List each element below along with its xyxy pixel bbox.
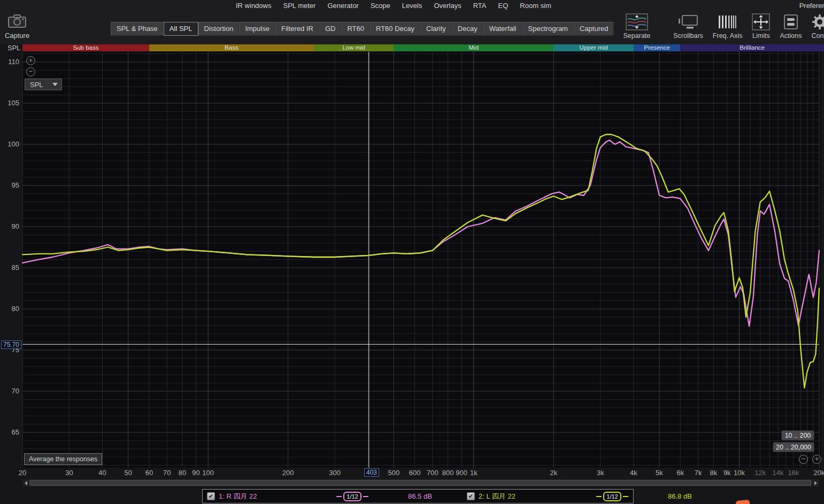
x-tick-label: 50 (124, 469, 132, 477)
y-tick-label: 85 (0, 263, 19, 272)
x-tick-label: 70 (163, 469, 171, 477)
legend-entry-1: ✔1: R 四月 221/1286.5 dB (207, 492, 451, 501)
x-tick-label: 80 (179, 469, 186, 477)
x-tick-label: 5k (656, 469, 663, 477)
x-tick-label: 30 (65, 469, 73, 477)
x-tick-label: 6k (676, 469, 684, 477)
x-tick-label: 600 (409, 469, 421, 477)
x-tick-label: 4k (630, 469, 637, 477)
cursor-spl-readout: 75.70 (1, 340, 21, 349)
smoothing-indicator[interactable]: 1/12 (320, 492, 384, 501)
y-tick-label: 110 (0, 58, 19, 66)
x-tick-label: 200 (282, 469, 294, 477)
scrollbar-thumb[interactable] (29, 480, 811, 486)
x-tick-label: 20 (19, 469, 26, 477)
scroll-left-icon[interactable] (22, 479, 29, 486)
legend-line-sample (596, 496, 602, 497)
x-tick-label: 8k (710, 469, 717, 477)
legend-level-value: 86.8 dB (668, 492, 711, 500)
zoom-in-icon[interactable]: + (26, 56, 35, 65)
y-tick-label: 100 (0, 140, 19, 148)
x-tick-label: 500 (388, 469, 399, 477)
x-tick-label: 2k (550, 469, 557, 477)
average-responses-button[interactable]: Average the responses (24, 453, 102, 465)
x-tick-label: 14k (773, 469, 784, 477)
legend-line-sample (363, 496, 368, 497)
zoom-out-icon[interactable]: − (26, 67, 35, 76)
spl-dropdown-value: SPL (25, 81, 52, 89)
x-tick-label: 900 (456, 469, 467, 477)
x-tick-label: 1k (470, 469, 478, 477)
rew-window: IR windowsSPL meterGeneratorScopeLevelsO… (0, 0, 824, 504)
y-tick-label: 90 (0, 222, 19, 230)
legend-label: 2: L 四月 22 (479, 492, 580, 501)
legend-line-sample (336, 496, 342, 497)
y-tick-label: 80 (0, 305, 19, 313)
chevron-down-icon (52, 83, 58, 86)
legend-label: 1: R 四月 22 (219, 492, 320, 501)
legend-checkbox[interactable]: ✔ (207, 492, 215, 500)
range-button-10-200[interactable]: 10 .. 200 (781, 430, 814, 440)
legend-level-value: 86.5 dB (408, 492, 451, 500)
x-tick-label: 800 (442, 469, 454, 477)
x-tick-label: 16k (788, 469, 799, 477)
y-tick-label: 95 (0, 181, 19, 189)
spl-chart (0, 0, 824, 504)
x-tick-label: 300 (329, 469, 341, 477)
smoothing-indicator[interactable]: 1/12 (580, 492, 644, 501)
range-button-20-20000[interactable]: 20 .. 20,000 (773, 442, 814, 452)
x-tick-label: 700 (427, 469, 438, 477)
y-tick-label: 70 (0, 387, 19, 395)
x-tick-label: 100 (202, 469, 214, 477)
scroll-right-icon[interactable] (812, 479, 819, 486)
x-tick-label: 9k (723, 469, 731, 477)
y-tick-label: 65 (0, 428, 19, 436)
x-tick-label: 20k (814, 469, 824, 477)
x-tick-label: 3k (597, 469, 604, 477)
zoom-in-icon[interactable]: + (812, 455, 821, 464)
x-tick-label: 7k (695, 469, 702, 477)
x-tick-label: 10k (734, 469, 745, 477)
legend-checkbox[interactable]: ✔ (467, 492, 475, 500)
x-tick-label: 12k (754, 469, 766, 477)
smoothing-badge: 1/12 (343, 492, 361, 501)
smoothing-badge: 1/12 (603, 492, 621, 501)
orange-logo-fragment (736, 500, 750, 504)
spl-axis-dropdown[interactable]: SPL (25, 79, 62, 90)
x-tick-label: 40 (98, 469, 106, 477)
horizontal-scrollbar[interactable] (22, 479, 819, 486)
y-tick-label: 105 (0, 99, 19, 107)
x-tick-label: 90 (192, 469, 199, 477)
legend-entry-2: ✔2: L 四月 221/1286.8 dB (467, 492, 711, 501)
measurement-legend: ✔1: R 四月 221/1286.5 dB✔2: L 四月 221/1286.… (202, 489, 634, 503)
legend-line-sample (623, 496, 628, 497)
x-tick-label: 60 (145, 469, 153, 477)
zoom-out-icon[interactable]: − (799, 455, 808, 464)
cursor-frequency-readout: 403 (364, 468, 379, 477)
